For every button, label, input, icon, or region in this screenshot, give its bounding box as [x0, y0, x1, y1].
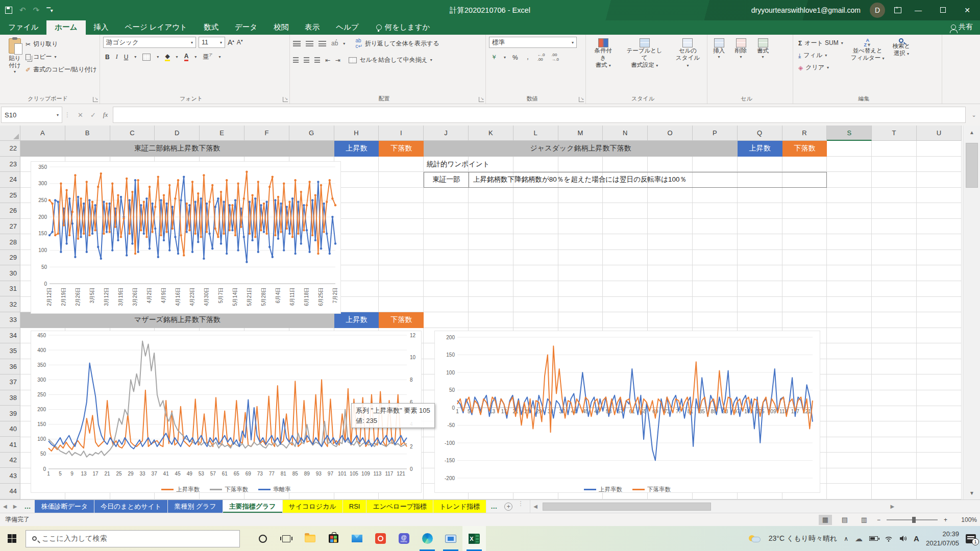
sheet-tab-業種別 グラフ[interactable]: 業種別 グラフ — [168, 500, 223, 513]
row-header-35[interactable]: 35 — [0, 343, 20, 359]
edge-button[interactable] — [415, 526, 439, 551]
decrease-font-icon[interactable]: A▾ — [237, 39, 243, 46]
column-header-N[interactable]: N — [603, 126, 648, 141]
task-view-button[interactable] — [275, 526, 298, 551]
page-break-view-icon[interactable]: ▥ — [857, 515, 871, 525]
align-bottom-icon[interactable] — [318, 41, 326, 46]
chart-tosho2[interactable]: 0501001502002503003502月12日2月19日2月26日3月5日… — [31, 161, 341, 314]
redo-icon[interactable]: ↷ — [33, 6, 40, 15]
row-header-30[interactable]: 30 — [0, 265, 20, 281]
increase-indent-icon[interactable]: ⇥ — [335, 57, 340, 64]
cell-styles-button[interactable]: セルのスタイル ▾ — [672, 37, 704, 94]
sheet-nav-right-icon[interactable]: ▶ — [10, 500, 20, 513]
select-all-corner[interactable] — [0, 126, 20, 141]
comma-icon[interactable]: ， — [525, 53, 531, 62]
horizontal-scroll-thumb[interactable] — [543, 503, 711, 511]
column-header-H[interactable]: H — [334, 126, 379, 141]
increase-decimal-icon[interactable]: ←.0.00 — [537, 53, 545, 62]
column-header-T[interactable]: T — [872, 126, 917, 141]
column-header-I[interactable]: I — [379, 126, 424, 141]
file-explorer-button[interactable] — [298, 526, 322, 551]
format-cells-button[interactable]: 書式▾ — [754, 37, 771, 94]
account-avatar[interactable]: D — [870, 3, 885, 18]
column-header-M[interactable]: M — [558, 126, 603, 141]
enter-icon[interactable]: ✓ — [90, 111, 96, 119]
orientation-icon[interactable]: ab̓ — [331, 40, 338, 47]
row-header-34[interactable]: 34 — [0, 328, 20, 344]
tab-ホーム[interactable]: ホーム — [46, 20, 85, 35]
cut-button[interactable]: ✂切り取り — [23, 39, 99, 49]
sort-filter-button[interactable]: AZ▼ 並べ替えとフィルター ▾ — [848, 37, 887, 94]
page-layout-view-icon[interactable]: ▤ — [838, 515, 851, 525]
sheet-tab-トレンド指標[interactable]: トレンド指標 — [433, 500, 486, 513]
decrease-decimal-icon[interactable]: .00→.0 — [551, 53, 559, 62]
zoom-slider[interactable] — [887, 519, 938, 520]
column-header-J[interactable]: J — [424, 126, 469, 141]
merge-center-button[interactable]: セルを結合して中央揃え▾ — [347, 55, 434, 65]
row-header-24[interactable]: 24 — [0, 172, 20, 188]
mail-client-button[interactable] — [439, 526, 462, 551]
tab-ページ レイアウト[interactable]: ページ レイアウト — [117, 20, 195, 35]
tab-データ[interactable]: データ — [227, 20, 265, 35]
hscroll-left-icon[interactable]: ◀ — [530, 504, 541, 509]
horizontal-scrollbar[interactable]: ◀ ▶ — [530, 500, 897, 513]
chart-jasdaq[interactable]: -200-150-100-500501001502001591317212529… — [434, 331, 820, 493]
zoom-in-icon[interactable]: + — [944, 516, 947, 523]
weather-icon[interactable] — [749, 534, 762, 543]
mothers-down-button[interactable]: 下落数 — [379, 312, 424, 328]
sheet-tab-サイコロジカル[interactable]: サイコロジカル — [283, 500, 343, 513]
row-header-38[interactable]: 38 — [0, 390, 20, 406]
column-header-R[interactable]: R — [782, 126, 827, 141]
row-header-32[interactable]: 32 — [0, 296, 20, 312]
sheet-nav-left-icon[interactable]: ◀ — [0, 500, 10, 513]
insert-function-icon[interactable]: fx — [103, 111, 108, 119]
format-as-table-button[interactable]: テーブルとして書式設定 ▾ — [621, 37, 667, 94]
tray-chevron-icon[interactable]: ∧ — [844, 535, 848, 542]
align-top-icon[interactable] — [293, 41, 301, 46]
align-left-icon[interactable] — [293, 57, 299, 63]
row-header-28[interactable]: 28 — [0, 234, 20, 250]
speaker-icon[interactable] — [899, 535, 907, 542]
number-format-select[interactable]: 標準▾ — [489, 37, 577, 48]
conditional-formatting-button[interactable]: 条件付き書式 ▾ — [589, 37, 617, 94]
customize-qat-icon[interactable]: ▔▾ — [46, 8, 53, 13]
battery-icon[interactable] — [869, 536, 878, 541]
mail-button[interactable] — [345, 526, 369, 551]
undo-icon[interactable]: ↶ — [19, 6, 26, 15]
percent-icon[interactable]: % — [512, 54, 518, 61]
font-color-icon[interactable]: A — [184, 53, 189, 61]
column-header-L[interactable]: L — [513, 126, 558, 141]
action-center-icon[interactable]: 1 — [966, 534, 976, 543]
sheet-tab-株価診断データ[interactable]: 株価診断データ — [35, 500, 94, 513]
align-right-icon[interactable] — [314, 57, 320, 63]
row24-note[interactable]: 東証一部 上昇銘柄数下降銘柄数が80％を超えた場合には翌日の反転率は100％ — [424, 172, 827, 188]
column-header-E[interactable]: E — [200, 126, 244, 141]
copy-button[interactable]: コピー▾ — [23, 52, 99, 62]
jasdaq-up-button[interactable]: 上昇数 — [738, 141, 782, 157]
tosho2-down-button[interactable]: 下落数 — [379, 141, 424, 157]
row-header-41[interactable]: 41 — [0, 437, 20, 453]
column-header-O[interactable]: O — [648, 126, 693, 141]
sheet-tab-主要指標グラフ[interactable]: 主要指標グラフ — [223, 500, 283, 513]
sheet-tab-RSI[interactable]: RSI — [343, 500, 367, 513]
jasdaq-down-button[interactable]: 下落数 — [782, 141, 827, 157]
alignment-dialog-launcher[interactable]: ↘ — [479, 97, 484, 102]
sheet-tab-エンベロープ指標[interactable]: エンベロープ指標 — [366, 500, 433, 513]
fill-color-icon[interactable]: ◆ — [165, 53, 169, 61]
row-header-22[interactable]: 22 — [0, 141, 20, 157]
row-header-23[interactable]: 23 — [0, 157, 20, 172]
phonetic-icon[interactable]: 亜ア — [203, 53, 212, 61]
bold-button[interactable]: B — [105, 54, 110, 61]
sheet-overflow-left[interactable]: … — [20, 500, 35, 513]
tab-file[interactable]: ファイル — [0, 20, 46, 35]
find-select-button[interactable]: 検索と選択 ▾ — [890, 37, 913, 94]
ime-indicator[interactable]: A — [914, 534, 919, 543]
column-header-D[interactable]: D — [155, 126, 200, 141]
vertical-scrollbar[interactable]: ▲ ▼ — [963, 126, 980, 499]
paste-button[interactable]: 貼り付け ▾ — [6, 37, 23, 76]
clipboard-dialog-launcher[interactable]: ↘ — [93, 97, 98, 102]
borders-icon[interactable] — [142, 54, 151, 61]
align-center-icon[interactable] — [304, 57, 309, 63]
tab-数式[interactable]: 数式 — [195, 20, 227, 35]
fill-button[interactable]: ⤓フィル▾ — [796, 50, 845, 61]
